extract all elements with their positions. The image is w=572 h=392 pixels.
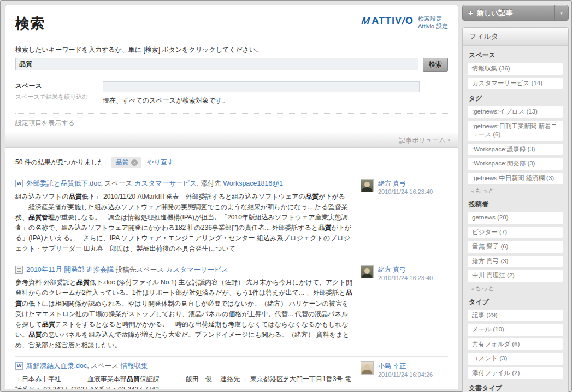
- search-main-panel: 検索 MATTIV/O 検索設定 Attivio 設定 検索したいキーワードを入…: [5, 5, 458, 389]
- timestamp: 2010/11/24 16:04:26: [378, 371, 433, 379]
- result-space-link[interactable]: カスタマーサービス: [134, 180, 197, 187]
- chevron-down-icon[interactable]: ▾: [447, 138, 450, 143]
- filter-heading-doctype: 文書タイプ: [469, 384, 562, 392]
- filter-item[interactable]: コメント (3): [468, 353, 563, 365]
- author-link[interactable]: 緒方 真弓: [378, 265, 433, 274]
- result-meta-text: 投稿先スペース: [114, 266, 166, 274]
- avatar: [361, 361, 374, 375]
- sidebar: + 新しい記事 ▾ フィルタ スペース 情報収集 (36) カスタマーサービス …: [462, 5, 569, 392]
- results-summary: 50 件の結果が見つかりました:: [15, 158, 106, 167]
- space-label: スペース: [15, 81, 103, 91]
- filter-panel: フィルタ スペース 情報収集 (36) カスタマーサービス (14) タグ :g…: [462, 27, 569, 392]
- more-tags-link[interactable]: ◂もっと: [471, 187, 562, 195]
- space-input[interactable]: [103, 81, 420, 92]
- logo-mark-icon: M: [360, 15, 373, 27]
- result-meta-text: , スペース: [87, 362, 120, 370]
- space-filter-section: スペース スペースで結果を絞り込む 現在、すべてのスペースが検索対象です。: [15, 81, 448, 105]
- new-article-button[interactable]: + 新しい記事 ▾: [462, 5, 569, 21]
- article-volume-bar: 記事ボリューム ▾: [5, 133, 458, 148]
- result-meta-text: , スペース: [101, 180, 134, 187]
- query-filter-chip: 品質 ×: [111, 157, 141, 168]
- filter-item[interactable]: メール (10): [468, 324, 563, 336]
- result-attach-link[interactable]: Workspace1816@1: [223, 180, 283, 187]
- result-item: W 外部委託と品質低下.doc, スペース カスタマーサービス, 添付先 Wor…: [15, 174, 448, 260]
- filter-heading-authors: 投稿者: [469, 200, 562, 209]
- timestamp: 2010/11/24 16:23:40: [378, 274, 433, 282]
- filter-heading-type: タイプ: [469, 298, 562, 307]
- filter-heading-space: スペース: [469, 51, 562, 60]
- result-snippet: ：日本赤十字社 血液事業本部品質保証課 飯田 俊二 連絡先 ： 東京都港区芝大門…: [15, 374, 353, 389]
- attivio-settings-link[interactable]: Attivio 設定: [418, 23, 448, 31]
- article-icon: [15, 266, 23, 274]
- search-instruction: 検索したいキーワードを入力するか、単に [検索] ボタンをクリックしてください。: [15, 45, 448, 55]
- filter-item[interactable]: 中川 真理江 (2): [468, 270, 563, 282]
- word-doc-icon: W: [15, 180, 23, 187]
- collapse-triangle-icon: ◂: [471, 188, 474, 194]
- result-space-link[interactable]: 情報収集: [120, 362, 148, 370]
- filter-item[interactable]: getnews (28): [468, 212, 563, 224]
- space-note: 現在、すべてのスペースが検索対象です。: [103, 96, 448, 105]
- result-title-link[interactable]: 新鮮凍結人血漿.doc: [26, 362, 87, 370]
- new-article-dropdown-arrow[interactable]: ▾: [554, 5, 568, 20]
- retry-link[interactable]: やり直す: [147, 158, 174, 167]
- result-item: W 新鮮凍結人血漿.doc, スペース 情報収集 ：日本赤十字社 血液事業本部品…: [15, 356, 448, 389]
- filter-item[interactable]: :Workspace:開発部 (3): [468, 158, 563, 170]
- timestamp: 2010/11/24 16:23:40: [378, 188, 433, 196]
- result-title-link[interactable]: 2010年11月 開発部 進捗会議: [26, 266, 114, 274]
- avatar: [361, 179, 374, 192]
- article-volume-dropdown[interactable]: 記事ボリューム: [399, 136, 445, 145]
- result-title-link[interactable]: 外部委託と品質低下.doc: [26, 180, 101, 187]
- chevron-down-icon: ▾: [560, 10, 563, 16]
- filter-item[interactable]: 緒方 真弓 (3): [468, 256, 563, 268]
- remove-filter-icon[interactable]: ×: [131, 159, 138, 166]
- filter-item[interactable]: :getnews:イプロス (13): [468, 106, 563, 118]
- filter-panel-title: フィルタ: [463, 28, 568, 46]
- filter-item[interactable]: ビジター (7): [468, 227, 563, 239]
- filter-item[interactable]: :Workspace:議事録 (3): [468, 144, 563, 156]
- result-snippet: 組み込みソフトの品質低下」 2010/11/20 AtMarkIIT発表 外部委…: [15, 192, 353, 254]
- attivio-logo: MATTIV/O: [362, 15, 414, 27]
- result-space-link[interactable]: カスタマーサービス: [166, 266, 229, 274]
- filter-item[interactable]: 記事 (29): [468, 310, 563, 322]
- filter-item[interactable]: :getnews:日刊工業新聞 新着ニュース (6): [468, 121, 563, 141]
- avatar: [361, 265, 374, 278]
- search-input[interactable]: [15, 58, 418, 70]
- collapse-triangle-icon: ◂: [471, 286, 474, 292]
- plus-icon: +: [468, 8, 473, 17]
- chip-label: 品質: [115, 158, 128, 167]
- author-link[interactable]: 緒方 真弓: [378, 179, 433, 188]
- search-settings-link[interactable]: 検索設定: [418, 15, 448, 23]
- new-article-label: 新しい記事: [477, 8, 513, 18]
- search-button[interactable]: 検索: [423, 58, 448, 72]
- space-hint: スペースで結果を絞り込む: [15, 93, 103, 101]
- more-authors-link[interactable]: ◂もっと: [471, 284, 562, 293]
- result-snippet: 参考資料 外部委託と品質低下.doc (添付ファイル No.1) 主な討議内容（…: [15, 277, 353, 351]
- app-window: 検索 MATTIV/O 検索設定 Attivio 設定 検索したいキーワードを入…: [0, 0, 572, 392]
- brand-area: MATTIV/O 検索設定 Attivio 設定: [362, 15, 448, 31]
- result-meta-text: , 添付先: [197, 180, 223, 187]
- filter-item[interactable]: カスタマーサービス (14): [468, 78, 563, 90]
- results-section: 50 件の結果が見つかりました: 品質 × やり直す W 外部委託と品質低下.d…: [5, 148, 458, 389]
- show-options-link[interactable]: 設定項目を表示する: [5, 114, 458, 133]
- filter-item[interactable]: 情報収集 (36): [468, 63, 563, 75]
- filter-item[interactable]: 共有フォルダ (6): [468, 338, 563, 351]
- filter-item[interactable]: :getnews:中日新聞 経済欄 (3): [468, 173, 563, 185]
- panel-header: 検索 MATTIV/O 検索設定 Attivio 設定 検索したいキーワードを入…: [5, 5, 458, 105]
- filter-item[interactable]: 音無 響子 (6): [468, 241, 563, 253]
- filter-heading-tags: タグ: [469, 94, 562, 103]
- result-item: 2010年11月 開発部 進捗会議 投稿先スペース カスタマーサービス 参考資料…: [15, 260, 448, 357]
- filter-item[interactable]: 添付ファイル (2): [468, 367, 563, 379]
- word-doc-icon: W: [15, 362, 23, 370]
- author-link[interactable]: 小島 幸正: [378, 361, 433, 370]
